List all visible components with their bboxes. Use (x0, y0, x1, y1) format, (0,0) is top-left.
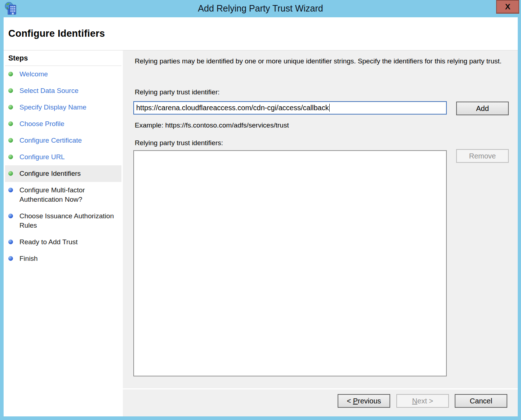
relying-party-identifier-input[interactable]: https://carena.cloudflareaccess.com/cdn-… (133, 101, 447, 115)
step-welcome[interactable]: Welcome (5, 66, 121, 82)
page-header: Configure Identifiers (4, 17, 518, 50)
step-completed-icon (8, 88, 13, 93)
step-select-data-source[interactable]: Select Data Source (5, 82, 121, 99)
identifiers-listbox[interactable] (133, 150, 447, 376)
wizard-dialog: Configure Identifiers Steps Welcome Sele… (4, 17, 518, 416)
remove-button[interactable]: Remove (456, 149, 509, 163)
step-upcoming-icon (8, 214, 13, 218)
previous-button[interactable]: < Previous (338, 394, 390, 408)
step-configure-identifiers[interactable]: Configure Identifiers (5, 165, 121, 182)
step-completed-icon (8, 72, 13, 76)
step-ready-to-add-trust[interactable]: Ready to Add Trust (5, 234, 121, 250)
cancel-button[interactable]: Cancel (455, 394, 507, 408)
wizard-footer: < Previous Next > Cancel (123, 388, 518, 416)
step-configure-url[interactable]: Configure URL (5, 149, 121, 165)
close-button[interactable]: X (496, 0, 519, 14)
step-specify-display-name[interactable]: Specify Display Name (5, 99, 121, 116)
step-choose-issuance-rules[interactable]: Choose Issuance Authorization Rules (5, 208, 121, 234)
page-title: Configure Identifiers (4, 17, 518, 39)
steps-list: Welcome Select Data Source Specify Displ… (4, 66, 123, 267)
identifier-input-value: https://carena.cloudflareaccess.com/cdn-… (136, 104, 329, 112)
content-panel: Relying parties may be identified by one… (123, 50, 518, 388)
identifiers-list-label: Relying party trust identifiers: (135, 139, 223, 147)
add-button[interactable]: Add (456, 102, 509, 115)
step-upcoming-icon (8, 240, 13, 244)
identifier-field-label: Relying party trust identifier: (135, 88, 220, 96)
step-current-icon (8, 171, 13, 176)
window-title: Add Relying Party Trust Wizard (0, 0, 521, 17)
step-configure-mfa[interactable]: Configure Multi-factor Authentication No… (5, 182, 121, 208)
example-text: Example: https://fs.contoso.com/adfs/ser… (135, 121, 289, 129)
text-caret (329, 104, 330, 112)
next-button[interactable]: Next > (396, 394, 449, 408)
step-completed-icon (8, 155, 13, 159)
steps-sidebar: Steps Welcome Select Data Source Specify… (4, 50, 123, 416)
titlebar: Add Relying Party Trust Wizard X (0, 0, 521, 17)
close-icon: X (497, 1, 518, 13)
step-choose-profile[interactable]: Choose Profile (5, 116, 121, 132)
content-column: Relying parties may be identified by one… (123, 50, 518, 416)
step-upcoming-icon (8, 256, 13, 261)
wizard-window: Add Relying Party Trust Wizard X Configu… (0, 0, 521, 420)
step-completed-icon (8, 138, 13, 143)
step-configure-certificate[interactable]: Configure Certificate (5, 132, 121, 149)
step-completed-icon (8, 121, 13, 126)
step-completed-icon (8, 105, 13, 110)
steps-heading: Steps (4, 50, 123, 62)
step-finish[interactable]: Finish (5, 250, 121, 267)
intro-text: Relying parties may be identified by one… (135, 56, 511, 66)
step-upcoming-icon (8, 188, 13, 192)
